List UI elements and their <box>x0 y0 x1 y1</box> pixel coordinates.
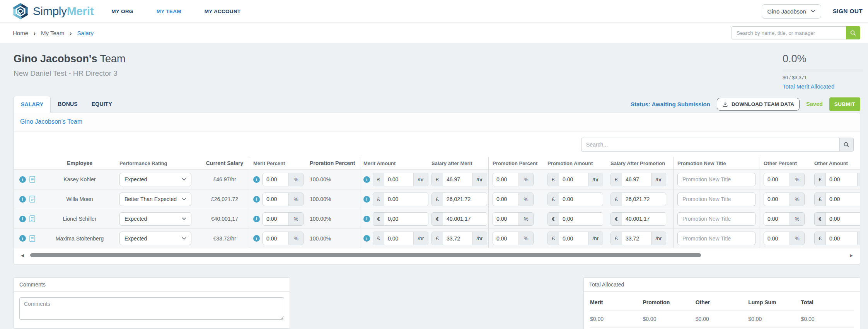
other-amount-input[interactable] <box>826 232 857 245</box>
horizontal-scrollbar[interactable]: ◀ ▶ <box>21 253 853 258</box>
page-title-suffix: Team <box>100 53 125 65</box>
promotion-percent-input[interactable] <box>493 232 518 245</box>
merit-amount-info-icon[interactable]: i <box>363 196 370 203</box>
scroll-right-icon[interactable]: ▶ <box>850 253 853 258</box>
table-search-input[interactable] <box>581 138 839 152</box>
breadcrumb-salary[interactable]: Salary <box>77 30 94 36</box>
scroll-left-icon[interactable]: ◀ <box>21 253 24 258</box>
chevron-down-icon <box>182 178 186 181</box>
employee-info-icon[interactable]: i <box>19 176 26 183</box>
other-percent-input[interactable] <box>764 173 790 186</box>
user-menu-dropdown[interactable]: Gino Jacobson <box>762 4 821 19</box>
employee-info-icon[interactable]: i <box>19 235 26 242</box>
nav-item-my-team[interactable]: MY TEAM <box>157 9 181 14</box>
other-amount-input[interactable] <box>826 173 857 186</box>
table-search <box>581 138 854 152</box>
nav-item-my-org[interactable]: MY ORG <box>111 9 133 14</box>
other-percent-input[interactable] <box>764 193 790 206</box>
other-percent-input[interactable] <box>764 213 790 225</box>
global-search-input[interactable] <box>732 26 846 39</box>
tab-bonus[interactable]: BONUS <box>51 96 85 112</box>
other-amount-input[interactable] <box>826 213 860 225</box>
merit-amount-info-icon[interactable]: i <box>363 235 370 242</box>
currency-addon: £ <box>432 193 443 206</box>
table-search-button[interactable] <box>839 138 854 152</box>
breadcrumb-bar: Home › My Team › Salary <box>0 22 868 43</box>
promotion-new-title-input[interactable] <box>677 232 755 245</box>
salary-after-promotion-input[interactable] <box>622 213 666 225</box>
submit-button[interactable]: SUBMIT <box>829 97 860 111</box>
download-icon <box>722 101 728 107</box>
other-amount-input[interactable] <box>826 193 860 206</box>
brand-logo[interactable]: SimplyMerit <box>13 3 94 19</box>
promotion-new-title-input[interactable] <box>677 173 755 186</box>
merit-percent-input[interactable] <box>263 173 288 186</box>
col-header-promotion-amount: Promotion Amount <box>544 157 607 169</box>
performance-rating-select[interactable]: Expected <box>119 173 191 186</box>
merit-percent-input[interactable] <box>263 213 288 225</box>
employee-name: Willa Moen <box>43 189 116 209</box>
performance-rating-select[interactable]: Better Than Expected <box>119 193 191 206</box>
merit-percent-info-icon[interactable]: i <box>253 235 260 242</box>
performance-rating-select[interactable]: Expected <box>119 232 191 245</box>
comments-panel-title: Comments <box>14 278 290 292</box>
total-value-lump-sum: $0.00 <box>748 310 801 327</box>
promotion-percent-input[interactable] <box>493 173 518 186</box>
merit-amount-input[interactable] <box>384 213 428 225</box>
salary-after-merit-input[interactable] <box>443 213 487 225</box>
employee-notes-icon[interactable] <box>29 215 35 222</box>
tab-equity[interactable]: EQUITY <box>85 96 119 112</box>
merit-percent-info-icon[interactable]: i <box>253 216 260 222</box>
col-header-employee: Employee <box>43 157 116 169</box>
global-search <box>732 26 860 39</box>
breadcrumb-separator-icon: › <box>34 30 36 36</box>
tab-salary[interactable]: SALARY <box>14 96 51 113</box>
nav-item-my-account[interactable]: MY ACCOUNT <box>205 9 241 14</box>
merit-amount-input[interactable] <box>384 173 413 186</box>
allocation-label[interactable]: Total Merit Allocated <box>783 83 863 90</box>
search-icon <box>843 141 850 148</box>
salary-after-promotion-input[interactable] <box>622 232 651 245</box>
merit-percent-input[interactable] <box>263 193 288 206</box>
employee-notes-icon[interactable] <box>29 196 35 203</box>
merit-amount-input[interactable] <box>384 232 413 245</box>
currency-addon: € <box>432 213 443 225</box>
salary-after-promotion-input[interactable] <box>622 193 666 206</box>
comments-textarea[interactable] <box>19 297 284 320</box>
promotion-amount-input[interactable] <box>559 193 603 206</box>
promotion-amount-input[interactable] <box>559 232 588 245</box>
promotion-percent-input[interactable] <box>493 213 518 225</box>
promotion-amount-input[interactable] <box>559 213 603 225</box>
promotion-percent-input[interactable] <box>493 193 518 206</box>
total-value-promotion: $0.00 <box>643 310 695 327</box>
percent-addon: % <box>790 232 804 245</box>
global-search-button[interactable] <box>846 26 860 39</box>
sign-out-button[interactable]: SIGN OUT <box>833 8 864 15</box>
breadcrumb-home[interactable]: Home <box>13 30 28 36</box>
merit-amount-info-icon[interactable]: i <box>363 216 370 222</box>
employee-info-icon[interactable]: i <box>19 216 26 222</box>
promotion-amount-input[interactable] <box>559 173 588 186</box>
scrollbar-thumb[interactable] <box>30 253 701 257</box>
salary-after-merit-input[interactable] <box>443 173 472 186</box>
download-team-data-button[interactable]: DOWNLOAD TEAM DATA <box>717 98 800 111</box>
bottom-panels: Comments Total Allocated Merit Promotion… <box>14 277 860 329</box>
merit-amount-info-icon[interactable]: i <box>363 176 370 183</box>
salary-after-promotion-input[interactable] <box>622 173 651 186</box>
salary-after-merit-input[interactable] <box>443 232 472 245</box>
merit-percent-info-icon[interactable]: i <box>253 176 260 183</box>
promotion-new-title-input[interactable] <box>677 193 755 206</box>
employee-info-icon[interactable]: i <box>19 196 26 203</box>
merit-percent-input[interactable] <box>263 232 288 245</box>
salary-after-merit-input[interactable] <box>443 193 487 206</box>
percent-addon: % <box>288 213 303 225</box>
promotion-new-title-input[interactable] <box>677 212 755 226</box>
merit-percent-info-icon[interactable]: i <box>253 196 260 203</box>
employee-notes-icon[interactable] <box>29 235 35 242</box>
other-percent-input[interactable] <box>764 232 790 245</box>
currency-addon: £ <box>815 193 826 206</box>
breadcrumb-my-team[interactable]: My Team <box>41 30 65 36</box>
merit-amount-input[interactable] <box>384 193 428 206</box>
performance-rating-select[interactable]: Expected <box>119 212 191 226</box>
employee-notes-icon[interactable] <box>29 176 35 183</box>
